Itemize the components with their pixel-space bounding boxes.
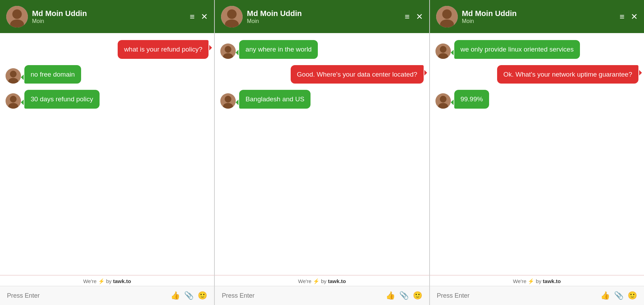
message-row: 99.99% — [435, 90, 638, 109]
chat-input-bar: 👍📎🙂 — [430, 286, 644, 305]
message-bubble: we only provide linux oriented services — [454, 40, 580, 59]
branding-footer: We're ⚡ by tawk.to — [0, 275, 214, 286]
svg-point-4 — [10, 71, 16, 77]
close-icon[interactable]: ✕ — [201, 13, 208, 21]
message-bubble: 30 days refund policy — [24, 90, 100, 109]
message-bubble: Good. Where's your data center located? — [291, 65, 424, 84]
header-icons: ≡✕ — [405, 13, 423, 21]
message-avatar — [6, 93, 21, 109]
header-info: Md Moin UddinMoin — [462, 9, 615, 24]
message-row: 30 days refund policy — [6, 90, 209, 109]
chat-header: Md Moin UddinMoin≡✕ — [0, 0, 214, 33]
header-icons: ≡✕ — [620, 13, 638, 21]
paperclip-icon[interactable]: 📎 — [399, 291, 409, 300]
message-row: no free domain — [6, 65, 209, 84]
svg-point-1 — [12, 9, 22, 18]
avatar — [436, 6, 458, 28]
chat-input-bar: 👍📎🙂 — [0, 286, 214, 305]
chat-header: Md Moin UddinMoin≡✕ — [430, 0, 644, 33]
chat-body: we only provide linux oriented servicesO… — [430, 33, 644, 275]
message-row: Bangladesh and US — [220, 90, 423, 109]
svg-point-13 — [225, 46, 231, 53]
chat-window-2: Md Moin UddinMoin≡✕ any where in the wor… — [215, 0, 430, 305]
chat-body: any where in the worldGood. Where's your… — [215, 33, 429, 275]
message-bubble: 99.99% — [454, 90, 489, 109]
header-info: Md Moin UddinMoin — [247, 9, 400, 24]
svg-point-10 — [227, 9, 237, 18]
message-row: Ok. What's your network uptime guarantee… — [435, 65, 638, 84]
branding-link[interactable]: tawk.to — [113, 278, 131, 284]
header-sub: Moin — [247, 18, 400, 24]
menu-icon[interactable]: ≡ — [190, 13, 195, 21]
avatar — [221, 6, 243, 28]
svg-point-16 — [225, 96, 231, 102]
branding-link[interactable]: tawk.to — [328, 278, 346, 284]
message-avatar — [220, 93, 236, 109]
chat-body: what is your refund policy? no free doma… — [0, 33, 214, 275]
thumbsup-icon[interactable]: 👍 — [600, 291, 610, 300]
svg-point-22 — [440, 46, 446, 53]
message-bubble: Bangladesh and US — [239, 90, 311, 109]
chat-input[interactable] — [437, 292, 596, 299]
header-sub: Moin — [32, 18, 186, 24]
message-bubble: no free domain — [24, 65, 81, 84]
branding-link[interactable]: tawk.to — [543, 278, 561, 284]
svg-point-7 — [10, 96, 16, 102]
close-icon[interactable]: ✕ — [631, 13, 638, 21]
avatar — [6, 6, 28, 28]
header-name: Md Moin Uddin — [247, 9, 400, 18]
close-icon[interactable]: ✕ — [416, 13, 423, 21]
message-bubble: any where in the world — [239, 40, 318, 59]
chat-header: Md Moin UddinMoin≡✕ — [215, 0, 429, 33]
message-bubble: what is your refund policy? — [118, 40, 209, 59]
header-name: Md Moin Uddin — [32, 9, 186, 18]
emoji-icon[interactable]: 🙂 — [628, 291, 637, 300]
emoji-icon[interactable]: 🙂 — [198, 291, 207, 300]
message-avatar — [6, 68, 21, 84]
branding-footer: We're ⚡ by tawk.to — [430, 275, 644, 286]
thumbsup-icon[interactable]: 👍 — [386, 291, 395, 300]
header-icons: ≡✕ — [190, 13, 208, 21]
header-name: Md Moin Uddin — [462, 9, 615, 18]
message-row: we only provide linux oriented services — [435, 40, 638, 59]
menu-icon[interactable]: ≡ — [405, 13, 410, 21]
thumbsup-icon[interactable]: 👍 — [171, 291, 180, 300]
chat-input[interactable] — [222, 292, 381, 299]
chat-window-1: Md Moin UddinMoin≡✕what is your refund p… — [0, 0, 215, 305]
chat-input-bar: 👍📎🙂 — [215, 286, 429, 305]
message-row: Good. Where's your data center located? — [220, 65, 423, 84]
message-avatar — [435, 93, 451, 109]
chat-window-3: Md Moin UddinMoin≡✕ we only provide linu… — [430, 0, 644, 305]
svg-point-19 — [442, 9, 451, 18]
message-row: what is your refund policy? — [6, 40, 209, 59]
message-bubble: Ok. What's your network uptime guarantee… — [497, 65, 638, 84]
branding-footer: We're ⚡ by tawk.to — [215, 275, 429, 286]
svg-point-25 — [440, 96, 446, 102]
message-row: any where in the world — [220, 40, 423, 59]
menu-icon[interactable]: ≡ — [620, 13, 625, 21]
paperclip-icon[interactable]: 📎 — [184, 291, 194, 300]
message-avatar — [435, 44, 451, 59]
message-avatar — [220, 44, 236, 59]
chat-input[interactable] — [7, 292, 166, 299]
header-info: Md Moin UddinMoin — [32, 9, 186, 24]
header-sub: Moin — [462, 18, 615, 24]
paperclip-icon[interactable]: 📎 — [614, 291, 623, 300]
emoji-icon[interactable]: 🙂 — [413, 291, 422, 300]
